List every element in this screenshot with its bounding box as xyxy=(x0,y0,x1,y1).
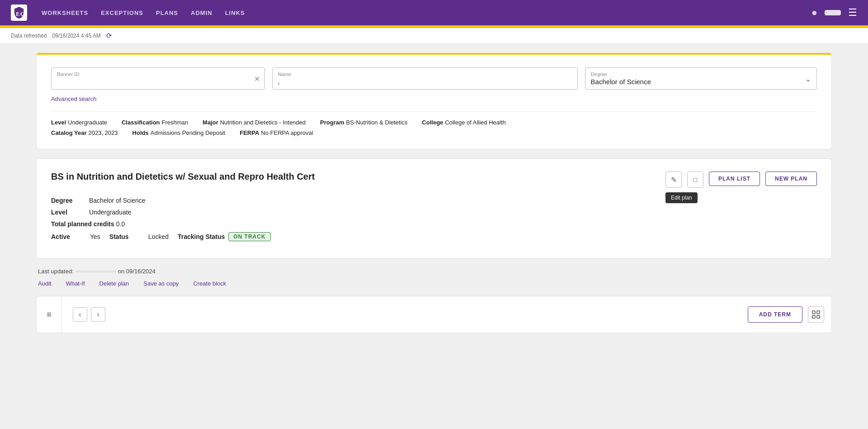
student-info-row: Level Undergraduate Classification Fresh… xyxy=(51,111,817,126)
plan-status-row: Active Yes Status Locked Tracking Status… xyxy=(51,232,817,241)
copy-plan-button[interactable]: □ xyxy=(687,172,703,188)
whatif-link[interactable]: What-If xyxy=(66,280,85,287)
plan-degree-label: Degree xyxy=(51,197,87,204)
logo-shield: ECU xyxy=(11,5,27,21)
last-updated-row: Last updated: on 09/16/2024 xyxy=(36,268,832,275)
edit-plan-tooltip: Edit plan xyxy=(665,192,698,203)
ferpa-label: FERPA xyxy=(240,129,259,136)
plan-status-value: Locked xyxy=(148,233,169,240)
plan-credits-label: Total planned credits xyxy=(51,220,114,228)
ferpa-value: No FERPA approval xyxy=(261,129,313,136)
plan-tracking-label: Tracking Status xyxy=(178,233,225,240)
student-info-row2: Catalog Year 2023, 2023 Holds Admissions… xyxy=(51,129,817,136)
timestamp: 09/16/2024 4:45 AM xyxy=(52,33,100,39)
bottom-right: ADD TERM xyxy=(748,306,831,323)
logo[interactable]: ECU xyxy=(11,5,27,21)
banner-id-input[interactable] xyxy=(57,78,259,85)
hamburger-menu-button[interactable]: ≡ xyxy=(37,296,62,333)
svg-rect-4 xyxy=(817,315,820,318)
plan-level-label: Level xyxy=(51,209,87,216)
search-row: Banner ID ✕ Name Degree Bachelor of Scie… xyxy=(51,67,817,90)
edit-plan-button[interactable]: ✎ xyxy=(665,172,682,188)
edit-plan-wrap: ✎ Edit plan xyxy=(665,172,682,188)
level-label: Level xyxy=(51,119,66,126)
plan-header: BS in Nutrition and Dietetics w/ Sexual … xyxy=(51,172,817,188)
plan-list-button[interactable]: PLAN LIST xyxy=(709,172,760,186)
plan-credits-row: Total planned credits 0.0 xyxy=(51,220,817,228)
new-plan-button[interactable]: NEW PLAN xyxy=(765,172,817,186)
plan-actions: PLAN LIST NEW PLAN xyxy=(709,172,817,186)
program-label: Program xyxy=(320,119,344,126)
bottom-card: ≡ ‹ › ADD TERM xyxy=(36,296,832,333)
banner-id-field[interactable]: Banner ID ✕ xyxy=(51,67,265,90)
name-input[interactable] xyxy=(278,78,572,85)
create-block-link[interactable]: Create block xyxy=(193,280,226,287)
plan-active-label: Active xyxy=(51,233,87,240)
degree-label: Degree xyxy=(591,72,811,77)
data-refreshed-label: Data refreshed xyxy=(11,33,47,39)
plan-credits-value: 0.0 xyxy=(116,220,125,228)
advanced-search-link[interactable]: Advanced search xyxy=(51,95,96,102)
nav-right: ● ☰ xyxy=(811,7,857,19)
program-value: BS-Nutrition & Dietetics xyxy=(346,119,408,126)
hamburger-menu-icon[interactable]: ☰ xyxy=(848,7,857,19)
plan-level-row: Level Undergraduate xyxy=(51,209,817,216)
delete-plan-link[interactable]: Delete plan xyxy=(99,280,129,287)
holds-value: Admissions Pending Deposit xyxy=(151,129,225,136)
catalog-year-group: Catalog Year 2023, 2023 xyxy=(51,129,118,136)
major-group: Major Nutrition and Dietetics - Intended xyxy=(203,119,306,126)
major-value: Nutrition and Dietetics - Intended xyxy=(220,119,306,126)
nav-plans[interactable]: PLANS xyxy=(156,10,178,16)
last-updated-label: Last updated: xyxy=(38,268,74,275)
college-group: College College of Allied Health xyxy=(422,119,505,126)
nav-bar: ECU WORKSHEETS EXCEPTIONS PLANS ADMIN LI… xyxy=(0,0,868,25)
nav-admin[interactable]: ADMIN xyxy=(191,10,212,16)
college-value: College of Allied Health xyxy=(445,119,505,126)
expand-icon[interactable] xyxy=(808,306,824,323)
degree-field[interactable]: Degree Bachelor of Science ⌄ xyxy=(585,67,817,90)
plan-degree-value: Bachelor of Science xyxy=(89,197,146,204)
clear-banner-id-button[interactable]: ✕ xyxy=(254,74,260,83)
plan-level-value: Undergraduate xyxy=(89,209,131,216)
bottom-nav: ‹ › xyxy=(62,307,748,322)
ferpa-group: FERPA No FERPA approval xyxy=(240,129,313,136)
action-links: Audit What-If Delete plan Save as copy C… xyxy=(36,280,832,287)
audit-link[interactable]: Audit xyxy=(38,280,52,287)
nav-exceptions[interactable]: EXCEPTIONS xyxy=(101,10,143,16)
catalog-year-label: Catalog Year xyxy=(51,129,87,136)
chevron-down-icon: ⌄ xyxy=(805,74,811,83)
program-group: Program BS-Nutrition & Dietetics xyxy=(320,119,407,126)
svg-text:ECU: ECU xyxy=(16,10,25,17)
prev-term-button[interactable]: ‹ xyxy=(73,307,87,322)
svg-rect-1 xyxy=(812,311,815,314)
plan-active-value: Yes xyxy=(90,233,100,240)
plan-card: BS in Nutrition and Dietetics w/ Sexual … xyxy=(36,158,832,259)
name-label: Name xyxy=(278,72,572,77)
plan-degree-row: Degree Bachelor of Science xyxy=(51,197,817,204)
svg-rect-2 xyxy=(817,311,820,314)
add-term-button[interactable]: ADD TERM xyxy=(748,306,802,323)
last-updated-date: on 09/16/2024 xyxy=(118,268,156,275)
plan-status-label: Status xyxy=(109,233,146,240)
nav-links: WORKSHEETS EXCEPTIONS PLANS ADMIN LINKS xyxy=(42,10,245,16)
search-card: Banner ID ✕ Name Degree Bachelor of Scie… xyxy=(36,53,832,149)
tracking-status-badge: ON TRACK xyxy=(228,232,270,241)
name-field[interactable]: Name xyxy=(272,67,578,90)
classification-value: Freshman xyxy=(162,119,189,126)
level-value: Undergraduate xyxy=(68,119,107,126)
save-as-copy-link[interactable]: Save as copy xyxy=(143,280,179,287)
holds-group: Holds Admissions Pending Deposit xyxy=(132,129,226,136)
next-term-button[interactable]: › xyxy=(91,307,105,322)
user-menu-button[interactable] xyxy=(825,10,841,15)
refresh-icon[interactable]: ⟳ xyxy=(106,32,112,40)
nav-worksheets[interactable]: WORKSHEETS xyxy=(42,10,88,16)
nav-links-item[interactable]: LINKS xyxy=(225,10,245,16)
banner-id-label: Banner ID xyxy=(57,72,259,77)
plan-title: BS in Nutrition and Dietetics w/ Sexual … xyxy=(51,172,660,182)
major-label: Major xyxy=(203,119,218,126)
classification-group: Classification Freshman xyxy=(122,119,188,126)
college-label: College xyxy=(422,119,443,126)
level-group: Level Undergraduate xyxy=(51,119,107,126)
catalog-year-value: 2023, 2023 xyxy=(89,129,118,136)
user-icon: ● xyxy=(811,7,817,19)
